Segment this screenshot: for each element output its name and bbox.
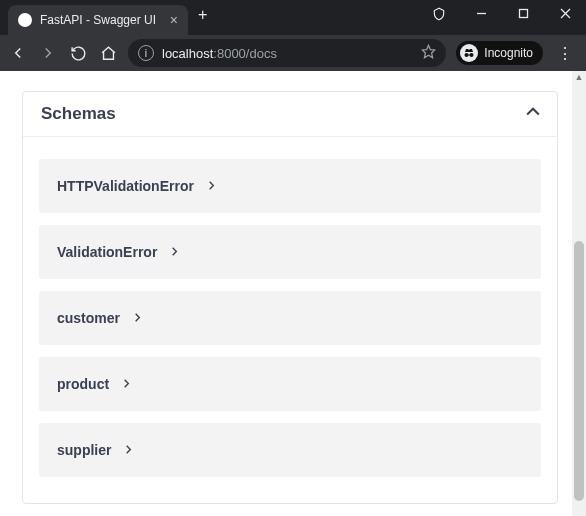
home-button[interactable] xyxy=(98,43,118,63)
chevron-right-icon xyxy=(132,309,143,327)
chevron-right-icon xyxy=(206,177,217,195)
chevron-right-icon xyxy=(121,375,132,393)
chevron-right-icon xyxy=(169,243,180,261)
new-tab-button[interactable]: + xyxy=(188,6,217,30)
schema-item-customer[interactable]: customer xyxy=(39,291,541,345)
schema-item-validationerror[interactable]: ValidationError xyxy=(39,225,541,279)
schema-name: supplier xyxy=(57,442,111,458)
browser-tab[interactable]: FastAPI - Swagger UI × xyxy=(8,5,188,35)
bookmark-star-icon[interactable] xyxy=(421,44,436,62)
back-button[interactable] xyxy=(8,43,28,63)
incognito-badge[interactable]: Incognito xyxy=(456,41,543,65)
browser-toolbar: i localhost:8000/docs Incognito ⋮ xyxy=(0,35,586,71)
browser-titlebar: FastAPI - Swagger UI × + xyxy=(0,0,586,35)
schema-name: product xyxy=(57,376,109,392)
close-icon[interactable]: × xyxy=(170,12,178,28)
address-bar[interactable]: i localhost:8000/docs xyxy=(128,39,446,67)
page-content: ▲ Schemas HTTPValidationError Validation… xyxy=(0,71,586,516)
tab-title: FastAPI - Swagger UI xyxy=(40,13,162,27)
svg-marker-4 xyxy=(423,45,436,58)
chevron-up-icon xyxy=(523,102,543,126)
schemas-header[interactable]: Schemas xyxy=(23,92,557,137)
svg-point-5 xyxy=(465,53,469,57)
tab-favicon xyxy=(18,13,32,27)
scrollbar-thumb[interactable] xyxy=(574,241,584,501)
schemas-list: HTTPValidationError ValidationError cust… xyxy=(23,137,557,503)
schema-name: HTTPValidationError xyxy=(57,178,194,194)
incognito-icon xyxy=(460,44,478,62)
svg-point-6 xyxy=(470,53,474,57)
reload-button[interactable] xyxy=(68,43,88,63)
chevron-right-icon xyxy=(123,441,134,459)
schema-name: customer xyxy=(57,310,120,326)
browser-menu-button[interactable]: ⋮ xyxy=(553,44,578,63)
minimize-button[interactable] xyxy=(460,0,502,27)
window-controls xyxy=(418,0,586,27)
svg-rect-1 xyxy=(519,10,527,18)
site-info-icon[interactable]: i xyxy=(138,45,154,61)
incognito-label: Incognito xyxy=(484,46,533,60)
schemas-title: Schemas xyxy=(41,104,116,124)
security-shield-icon[interactable] xyxy=(418,0,460,27)
schema-item-supplier[interactable]: supplier xyxy=(39,423,541,477)
scroll-up-arrow-icon[interactable]: ▲ xyxy=(572,72,586,82)
svg-rect-7 xyxy=(468,55,470,56)
schemas-panel: Schemas HTTPValidationError ValidationEr… xyxy=(22,91,558,504)
scrollbar[interactable]: ▲ xyxy=(572,71,586,516)
schema-name: ValidationError xyxy=(57,244,157,260)
schema-item-httpvalidationerror[interactable]: HTTPValidationError xyxy=(39,159,541,213)
schema-item-product[interactable]: product xyxy=(39,357,541,411)
forward-button[interactable] xyxy=(38,43,58,63)
maximize-button[interactable] xyxy=(502,0,544,27)
url-text: localhost:8000/docs xyxy=(162,46,413,61)
window-close-button[interactable] xyxy=(544,0,586,27)
